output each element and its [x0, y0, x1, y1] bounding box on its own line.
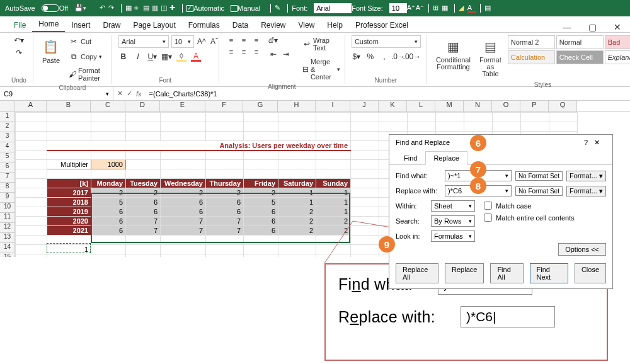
style-explanatory[interactable]: Explanat	[605, 50, 630, 64]
data-cell[interactable]: 2	[316, 217, 351, 226]
increase-decimal-icon[interactable]: .0→	[393, 52, 403, 62]
dialog-close-icon[interactable]: ✕	[594, 139, 606, 146]
match-case-checkbox[interactable]	[484, 202, 492, 210]
formula-input[interactable]: =(Calc_Charts!C38)*1	[146, 87, 630, 100]
decrease-decimal-icon[interactable]: .00→	[407, 52, 417, 62]
year-cell[interactable]: 2021	[47, 226, 91, 236]
fill-color-icon[interactable]: ◊	[176, 52, 186, 62]
menu-review[interactable]: Review	[255, 18, 292, 32]
data-cell[interactable]: 5	[244, 198, 278, 207]
redo-icon[interactable]: ↷	[108, 4, 117, 13]
select-all-corner[interactable]	[0, 101, 15, 111]
year-cell[interactable]: 2017	[47, 188, 91, 198]
tab-find[interactable]: Find	[396, 151, 425, 165]
row-header-9[interactable]: 9	[0, 193, 15, 203]
fri-header[interactable]: Friday	[244, 179, 278, 188]
col-header-F[interactable]: F	[205, 101, 243, 111]
grow-font-icon[interactable]: A⁺	[407, 4, 416, 13]
row-header-2[interactable]: 2	[0, 122, 15, 132]
automatic-checkbox[interactable]	[186, 5, 193, 12]
dialog-help-icon[interactable]: ?	[584, 139, 594, 146]
col-header-O[interactable]: O	[492, 101, 520, 111]
col-header-H[interactable]: H	[278, 101, 316, 111]
year-cell[interactable]: 2018	[47, 198, 91, 207]
qat-icon-4[interactable]: ▥	[152, 4, 161, 13]
number-format-select[interactable]: Custom▾	[352, 35, 421, 48]
data-cell[interactable]: 1	[316, 207, 351, 217]
save-icon[interactable]: 💾	[74, 4, 83, 13]
mon-header[interactable]: Monday	[91, 179, 126, 188]
align-right-icon[interactable]: ≡	[251, 47, 262, 57]
menu-insert[interactable]: Insert	[65, 18, 96, 32]
merge-center-button[interactable]: ⊟Merge & Center▾	[300, 57, 343, 82]
find-all-button[interactable]: Find All	[490, 263, 523, 283]
menu-data[interactable]: Data	[226, 18, 255, 32]
search-select[interactable]: By Rows▾	[431, 215, 475, 227]
menu-professor-excel[interactable]: Professor Excel	[349, 18, 415, 32]
sun-header[interactable]: Sunday	[316, 179, 351, 188]
font-size-select[interactable]: 10▾	[171, 35, 194, 48]
autosave-toggle[interactable]	[42, 4, 59, 12]
col-header-C[interactable]: C	[91, 101, 125, 111]
font-color-icon[interactable]: A	[467, 4, 476, 13]
increase-indent-icon[interactable]: ⇥	[281, 49, 291, 59]
align-middle-icon[interactable]: ≡	[238, 35, 249, 45]
format-as-table-button[interactable]: ▤ Format as Table	[477, 35, 504, 80]
wrap-text-button[interactable]: ↩Wrap Text	[300, 35, 343, 53]
data-cell[interactable]: 6	[161, 198, 206, 207]
underline-icon[interactable]: U▾	[147, 52, 158, 62]
data-cell[interactable]: 6	[126, 198, 161, 207]
col-header-J[interactable]: J	[350, 101, 379, 111]
col-header-P[interactable]: P	[520, 101, 549, 111]
comma-icon[interactable]: ,	[379, 52, 389, 62]
data-cell[interactable]: 2	[244, 188, 278, 198]
row-header-5[interactable]: 5	[0, 152, 15, 162]
menu-page-layout[interactable]: Page Layout	[127, 18, 181, 32]
data-cell[interactable]: 2	[278, 217, 316, 226]
data-cell[interactable]: 6	[161, 207, 206, 217]
row-header-6[interactable]: 6	[0, 162, 15, 173]
qat-icon-10[interactable]: ▤	[484, 4, 493, 13]
col-header-L[interactable]: L	[407, 101, 435, 111]
qat-icon-8[interactable]: ⊞	[433, 4, 442, 13]
col-header-I[interactable]: I	[316, 101, 350, 111]
cut-button[interactable]: ✂Cut	[66, 35, 105, 48]
data-cell[interactable]: 1	[316, 198, 351, 207]
col-header-N[interactable]: N	[464, 101, 492, 111]
style-normal[interactable]: Normal	[556, 35, 604, 49]
copy-button[interactable]: ⧉Copy▾	[66, 50, 105, 63]
row-header-12[interactable]: 12	[0, 223, 15, 233]
qat-icon-6[interactable]: ✚	[169, 4, 178, 13]
border-icon[interactable]: ▦▾	[162, 52, 172, 62]
col-header-E[interactable]: E	[160, 101, 205, 111]
data-cell[interactable]: 2	[278, 207, 316, 217]
options-button[interactable]: Options <<	[558, 243, 606, 256]
close-button[interactable]: Close	[575, 263, 606, 283]
fx-icon[interactable]: fx	[136, 90, 142, 98]
grow-font-icon[interactable]: A^	[197, 37, 207, 47]
close-window-button[interactable]: ✕	[605, 22, 630, 32]
align-left-icon[interactable]: ≡	[226, 47, 237, 57]
fill-color-icon[interactable]: ◢	[459, 4, 467, 13]
shrink-font-icon[interactable]: A⁻	[416, 4, 425, 13]
match-contents-checkbox[interactable]	[484, 213, 492, 222]
percent-icon[interactable]: %	[365, 52, 375, 62]
undo-icon[interactable]: ↶▾	[14, 35, 24, 45]
year-cell[interactable]: 2020	[47, 217, 91, 226]
row-header-13[interactable]: 13	[0, 233, 15, 243]
col-header-A[interactable]: A	[15, 101, 47, 111]
col-header-K[interactable]: K	[379, 101, 407, 111]
data-cell[interactable]: 6	[206, 207, 244, 217]
sheet-title[interactable]: Analysis: Users per weekday over time	[47, 141, 351, 151]
menu-draw[interactable]: Draw	[96, 18, 127, 32]
qa-dropdown[interactable]	[83, 4, 92, 13]
row-header-7[interactable]: 7	[0, 173, 15, 183]
style-check-cell[interactable]: Check Cell	[556, 50, 604, 64]
maximize-button[interactable]: ▢	[580, 22, 605, 32]
qat-icon-3[interactable]: ▤	[143, 4, 152, 13]
align-center-icon[interactable]: ≡	[238, 47, 249, 57]
style-calculation[interactable]: Calculation	[508, 50, 555, 64]
qat-icon-7[interactable]: ✎	[275, 4, 284, 13]
menu-formulas[interactable]: Formulas	[182, 18, 226, 32]
redo-icon[interactable]: ↷	[14, 48, 24, 58]
